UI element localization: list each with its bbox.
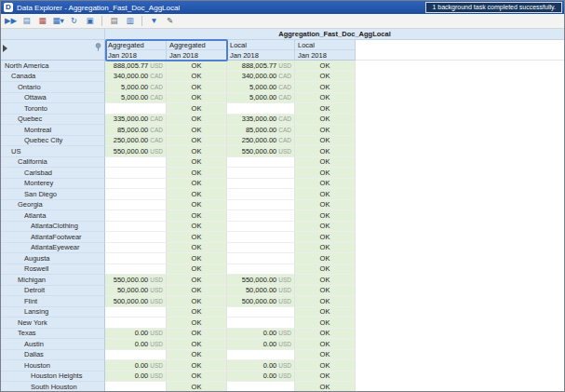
row-label[interactable]: South Houston [1, 382, 105, 391]
row-label[interactable]: AtlantaEyewear [1, 243, 105, 254]
data-cell[interactable]: OK [295, 222, 356, 233]
data-cell[interactable] [105, 168, 167, 179]
data-cell[interactable]: 550,000.00USD [227, 146, 295, 157]
data-cell[interactable]: OK [295, 61, 356, 72]
data-cell[interactable]: 5,000.00CAD [105, 82, 167, 93]
data-cell[interactable]: OK [295, 253, 356, 264]
row-label[interactable]: Carlsbad [1, 168, 105, 179]
data-cell[interactable] [227, 157, 295, 169]
row-label[interactable]: Flint [1, 296, 105, 307]
data-cell[interactable]: OK [167, 382, 227, 391]
data-cell[interactable]: OK [167, 168, 227, 179]
data-cell[interactable]: OK [295, 264, 356, 276]
row-label[interactable]: Monterey [1, 179, 105, 190]
data-cell[interactable]: OK [167, 275, 227, 286]
data-cell[interactable] [105, 157, 167, 169]
data-cell[interactable]: OK [295, 82, 356, 93]
data-cell[interactable]: OK [167, 125, 227, 136]
data-cell[interactable]: OK [167, 360, 227, 372]
data-cell[interactable]: 5,000.00CAD [105, 93, 167, 104]
data-cell[interactable]: OK [167, 93, 227, 104]
data-cell[interactable]: OK [167, 157, 227, 169]
row-label[interactable]: AtlantaClothing [1, 222, 105, 233]
data-cell[interactable]: 888,005.77USD [227, 61, 295, 72]
data-cell[interactable]: OK [295, 372, 356, 383]
data-cell[interactable] [227, 222, 295, 233]
data-cell[interactable]: 335,000.00CAD [105, 115, 167, 126]
data-cell[interactable]: 0.00USD [105, 329, 167, 340]
data-cell[interactable]: 0.00USD [105, 360, 167, 372]
grid-corner-cell[interactable] [1, 29, 105, 40]
data-cell[interactable]: 340,000.00CAD [227, 72, 295, 83]
data-cell[interactable]: OK [295, 360, 356, 372]
open-report-button[interactable]: ▥ [123, 15, 137, 27]
data-cell[interactable]: OK [167, 232, 227, 243]
data-cell[interactable]: OK [167, 318, 227, 329]
data-cell[interactable] [105, 264, 167, 276]
data-cell[interactable] [227, 200, 295, 211]
data-cell[interactable]: 550,000.00USD [105, 146, 167, 157]
data-cell[interactable]: OK [295, 329, 356, 340]
data-cell[interactable]: OK [295, 125, 356, 136]
data-cell[interactable]: 250,000.00CAD [227, 136, 295, 147]
data-cell[interactable] [105, 318, 167, 329]
data-cell[interactable]: OK [167, 200, 227, 211]
data-cell[interactable] [227, 253, 295, 264]
data-cell[interactable]: 550,000.00USD [227, 275, 295, 286]
column-header-2[interactable]: AggregatedJan 2018 [167, 40, 227, 61]
data-cell[interactable] [227, 350, 295, 361]
data-cell[interactable] [227, 232, 295, 243]
data-cell[interactable]: OK [295, 93, 356, 104]
data-cell[interactable]: OK [167, 222, 227, 233]
row-label[interactable]: New York [1, 318, 105, 329]
data-cell[interactable] [105, 189, 167, 200]
data-cell[interactable]: OK [295, 136, 356, 147]
data-cell[interactable]: OK [295, 307, 356, 318]
row-label[interactable]: San Diego [1, 189, 105, 200]
data-cell[interactable]: OK [167, 243, 227, 254]
data-cell[interactable]: OK [295, 286, 356, 297]
data-cell[interactable]: OK [167, 339, 227, 350]
data-cell[interactable]: 500,000.00USD [105, 296, 167, 307]
row-label[interactable]: Augusta [1, 253, 105, 264]
data-cell[interactable]: OK [167, 61, 227, 72]
row-label[interactable]: Canada [1, 72, 105, 83]
data-cell[interactable]: OK [167, 307, 227, 318]
data-cell[interactable]: 500,000.00USD [227, 296, 295, 307]
data-cell[interactable]: 250,000.00CAD [105, 136, 167, 147]
row-label[interactable]: AtlantaFootwear [1, 232, 105, 243]
data-cell[interactable]: 0.00USD [227, 339, 295, 350]
data-cell[interactable] [227, 103, 295, 115]
data-cell[interactable] [227, 179, 295, 190]
row-label[interactable]: Ottawa [1, 93, 105, 104]
data-cell[interactable]: OK [295, 189, 356, 200]
data-cell[interactable] [227, 382, 295, 391]
view-selector-button[interactable]: ▦▾ [51, 15, 65, 27]
delete-button[interactable]: ▦ [35, 15, 49, 27]
row-label[interactable]: North America [1, 61, 105, 72]
new-report-button[interactable]: ▤ [107, 15, 121, 27]
refresh-button[interactable]: ↻ [67, 15, 81, 27]
data-cell[interactable] [105, 307, 167, 318]
data-cell[interactable]: 50,000.00USD [105, 286, 167, 297]
data-cell[interactable]: OK [167, 372, 227, 383]
data-cell[interactable]: OK [295, 210, 356, 222]
row-label[interactable]: Roswell [1, 264, 105, 276]
data-cell[interactable] [105, 232, 167, 243]
data-cell[interactable] [105, 382, 167, 391]
data-cell[interactable]: OK [167, 136, 227, 147]
row-label[interactable]: Georgia [1, 200, 105, 211]
row-label[interactable]: Detroit [1, 286, 105, 297]
data-cell[interactable]: 0.00USD [105, 339, 167, 350]
data-cell[interactable]: OK [295, 115, 356, 126]
data-cell[interactable]: OK [295, 296, 356, 307]
data-cell[interactable]: OK [295, 318, 356, 329]
data-cell[interactable]: 0.00USD [105, 372, 167, 383]
data-cell[interactable] [227, 264, 295, 276]
data-cell[interactable]: 340,000.00CAD [105, 72, 167, 83]
row-label[interactable]: Texas [1, 329, 105, 340]
data-cell[interactable] [105, 103, 167, 115]
row-label[interactable]: Houston [1, 360, 105, 372]
row-label[interactable]: Houston Heights [1, 372, 105, 383]
data-cell[interactable] [105, 253, 167, 264]
